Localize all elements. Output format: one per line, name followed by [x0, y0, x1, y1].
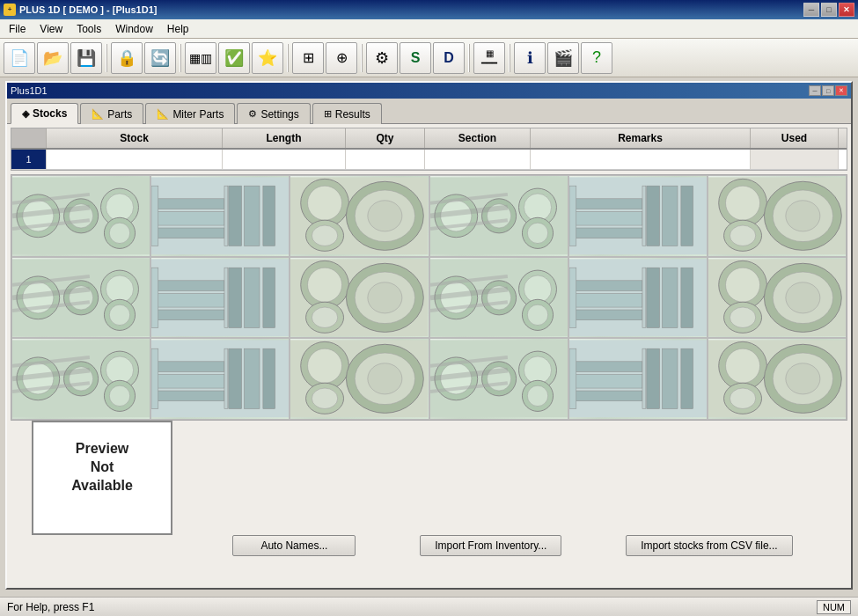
open-button[interactable]: 📂 [37, 42, 69, 74]
stocks-table: Stock Length Qty Section Remarks Used 1 [11, 128, 847, 171]
stock-cell[interactable] [150, 175, 290, 257]
svg-point-86 [368, 282, 402, 312]
svg-rect-44 [574, 228, 642, 238]
stock-cell[interactable] [708, 257, 847, 339]
toolbar-sep-5 [468, 44, 470, 72]
cell-remarks-1[interactable] [531, 150, 751, 169]
labels-button[interactable]: ▦━━━ [473, 42, 505, 74]
tab-parts[interactable]: 📐 Parts [80, 103, 143, 124]
menu-file[interactable]: File [2, 19, 33, 38]
toolbar-sep-4 [361, 44, 363, 72]
stock-cell[interactable] [11, 175, 150, 257]
status-bar: For Help, press F1 NUM [0, 597, 858, 616]
settings-button[interactable]: ⚙ [366, 42, 398, 74]
minimize-button[interactable]: ─ [803, 3, 819, 17]
svg-rect-78 [224, 268, 228, 327]
parts-tab-icon: 📐 [92, 108, 104, 120]
svg-point-141 [312, 388, 338, 408]
svg-rect-45 [647, 186, 660, 246]
tab-results[interactable]: ⊞ Results [312, 103, 382, 124]
stock-cell[interactable] [429, 175, 568, 257]
inner-close[interactable]: ✕ [835, 85, 847, 96]
svg-rect-15 [156, 228, 224, 238]
svg-point-81 [308, 268, 342, 302]
stock-cell[interactable] [429, 338, 568, 420]
svg-rect-135 [151, 349, 158, 409]
content-area: ◈ Stocks 📐 Parts 📐 Miter Parts ⚙ Setting… [7, 99, 851, 588]
cell-stock-1[interactable] [47, 150, 223, 169]
svg-rect-16 [229, 186, 242, 246]
svg-rect-76 [263, 268, 275, 327]
window-title: PLUS 1D [ DEMO ] - [Plus1D1] [19, 4, 157, 15]
info-button[interactable]: ℹ [514, 42, 546, 74]
status-text: For Help, press F1 [7, 601, 94, 613]
svg-rect-14 [156, 211, 224, 225]
auto-names-button[interactable]: Auto Names... [232, 535, 356, 556]
restore-button[interactable]: □ [821, 3, 837, 17]
cell-section-1[interactable] [425, 150, 531, 169]
col-num [11, 128, 47, 148]
svg-rect-103 [647, 268, 660, 327]
star-button[interactable]: ⭐ [252, 42, 283, 74]
stock-cell[interactable] [11, 257, 150, 339]
tab-stocks[interactable]: ◈ Stocks [11, 103, 78, 124]
stock-cell[interactable] [568, 175, 708, 257]
grid-button[interactable]: ⊞ [292, 42, 324, 74]
refresh-button[interactable]: 🔄 [144, 42, 176, 74]
tab-settings[interactable]: ⚙ Settings [237, 103, 310, 124]
tab-miter-parts[interactable]: 📐 Miter Parts [145, 103, 235, 124]
svg-rect-132 [229, 349, 242, 409]
s-button[interactable]: S [400, 42, 431, 74]
stock-cell[interactable] [150, 257, 290, 339]
lock-button[interactable]: 🔒 [111, 42, 143, 74]
svg-point-6 [106, 194, 133, 221]
col-used: Used [751, 128, 839, 148]
stock-cell[interactable] [708, 338, 847, 420]
svg-point-8 [109, 223, 129, 243]
stock-image-grid [11, 174, 847, 421]
inner-restore[interactable]: □ [822, 85, 834, 96]
new-button[interactable]: 📄 [4, 42, 35, 74]
video-button[interactable]: 🎬 [547, 42, 579, 74]
menu-window[interactable]: Window [108, 19, 160, 38]
svg-point-25 [312, 225, 338, 246]
svg-rect-158 [574, 362, 642, 372]
stock-cell[interactable] [429, 257, 568, 339]
stock-cell[interactable] [568, 257, 708, 339]
svg-point-64 [106, 275, 133, 303]
save-button[interactable]: 💾 [70, 42, 102, 74]
stock-cell[interactable] [708, 175, 847, 257]
tab-bar: ◈ Stocks 📐 Parts 📐 Miter Parts ⚙ Setting… [7, 99, 851, 124]
svg-rect-131 [156, 391, 224, 401]
stock-cell[interactable] [11, 338, 150, 420]
svg-point-28 [368, 201, 402, 231]
stock-cell[interactable] [290, 257, 429, 339]
menu-help[interactable]: Help [160, 19, 196, 38]
svg-rect-104 [662, 268, 678, 327]
menu-tools[interactable]: Tools [70, 19, 108, 38]
d-button[interactable]: D [433, 42, 465, 74]
stock-cell[interactable] [150, 338, 290, 420]
stock-cell[interactable] [568, 338, 708, 420]
results-tab-icon: ⊞ [324, 108, 332, 120]
cell-qty-1[interactable] [346, 150, 425, 169]
toolbar-sep-6 [509, 44, 510, 72]
svg-point-144 [368, 363, 402, 394]
barcode-button[interactable]: ▦▥ [185, 42, 216, 74]
import-csv-button[interactable]: Import stocks from CSV file... [626, 535, 792, 556]
crosshair-button[interactable]: ⊕ [326, 42, 357, 74]
stock-cell[interactable] [290, 175, 429, 257]
menu-view[interactable]: View [33, 19, 70, 38]
stock-cell[interactable] [290, 338, 429, 420]
svg-point-23 [308, 186, 342, 220]
import-inventory-button[interactable]: Import From Inventory... [420, 535, 561, 556]
help-button[interactable]: ? [581, 42, 612, 74]
table-row[interactable]: 1 [11, 150, 847, 170]
close-button[interactable]: ✕ [839, 3, 854, 17]
toolbar-sep-3 [287, 44, 289, 72]
svg-rect-160 [574, 391, 642, 401]
check-button[interactable]: ✅ [218, 42, 250, 74]
cell-length-1[interactable] [223, 150, 346, 169]
inner-minimize[interactable]: ─ [809, 85, 821, 96]
svg-rect-77 [151, 268, 158, 327]
